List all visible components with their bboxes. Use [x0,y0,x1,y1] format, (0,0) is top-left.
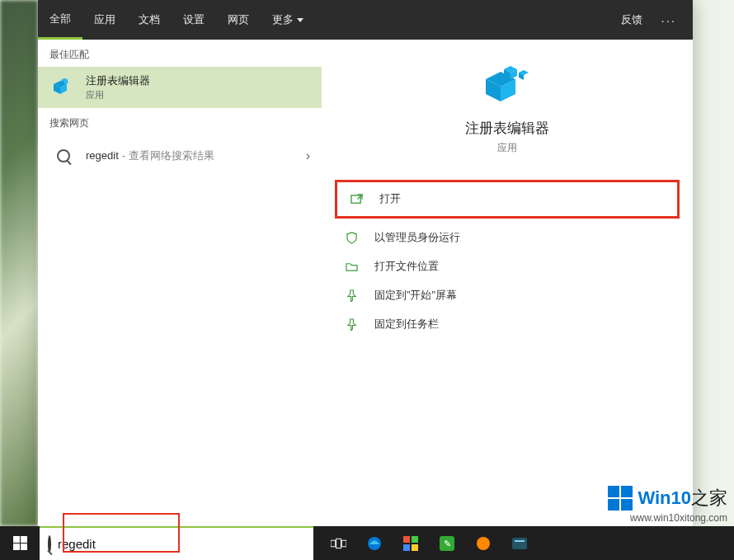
svg-rect-20 [403,536,410,543]
start-button[interactable] [0,526,40,560]
desktop-background [0,0,38,526]
action-open-file-location[interactable]: 打开文件位置 [335,252,680,281]
feedback-button[interactable]: 反馈 [611,12,652,27]
results-preview-column: 注册表编辑器 应用 打开 以管理员身份运行 [322,40,693,526]
pin-icon [343,318,360,331]
taskbar-app-icon[interactable]: ✎ [429,526,465,560]
watermark-logo: Win10之家 [608,486,727,511]
section-best-match: 最佳匹配 [38,40,322,67]
action-open[interactable]: 打开 [340,185,675,214]
web-search-result[interactable]: regedit - 查看网络搜索结果 › [38,135,322,176]
web-term: regedit [86,149,119,162]
svg-rect-28 [515,540,525,542]
action-open-label: 打开 [379,192,401,206]
watermark-brand-b: 之家 [691,487,727,508]
task-view-button[interactable] [320,526,356,560]
svg-rect-17 [336,539,341,548]
taskbar-pinned-apps: ✎ [320,526,538,560]
preview-subtitle: 应用 [338,141,676,155]
taskbar-search-box[interactable] [40,526,313,560]
svg-rect-27 [512,538,527,549]
open-icon [348,193,365,205]
action-pin-taskbar-label: 固定到任务栏 [374,318,439,332]
best-match-title: 注册表编辑器 [86,73,150,88]
action-pin-to-taskbar[interactable]: 固定到任务栏 [335,310,680,339]
svg-rect-18 [341,540,346,547]
chevron-down-icon [297,18,303,22]
action-open-location-label: 打开文件位置 [374,260,439,274]
taskbar-app-icon[interactable] [501,526,538,560]
action-pin-to-start[interactable]: 固定到"开始"屏幕 [335,281,680,310]
search-filter-tabs: 全部 应用 文档 设置 网页 更多 反馈 ··· [38,0,693,40]
svg-rect-21 [412,536,418,543]
svg-rect-14 [351,195,360,203]
tab-settings[interactable]: 设置 [172,0,216,40]
taskbar-app-icon[interactable] [393,526,429,560]
watermark: Win10之家 www.win10xitong.com [608,486,727,524]
search-input[interactable] [58,537,305,551]
panel-body: 最佳匹配 注册表编辑器 [38,40,693,526]
windows-logo-icon [608,486,633,511]
tab-web[interactable]: 网页 [216,0,261,40]
pin-icon [343,289,360,302]
tab-more-label: 更多 [272,12,294,27]
watermark-url: www.win10xitong.com [608,512,727,524]
taskbar-edge-icon[interactable] [356,526,393,560]
tab-more[interactable]: 更多 [261,0,315,40]
svg-rect-16 [331,540,336,547]
section-search-web: 搜索网页 [38,108,322,135]
tab-documents[interactable]: 文档 [127,0,172,40]
action-run-as-admin[interactable]: 以管理员身份运行 [335,224,680,252]
taskbar-app-icon[interactable] [465,526,501,560]
tab-all[interactable]: 全部 [38,0,82,40]
action-pin-start-label: 固定到"开始"屏幕 [374,289,457,303]
watermark-brand: Win10之家 [638,486,727,511]
folder-icon [343,261,360,273]
svg-rect-23 [412,544,418,551]
taskbar: ✎ [0,526,734,560]
web-hint: - 查看网络搜索结果 [122,148,214,163]
svg-text:✎: ✎ [444,539,451,548]
results-left-column: 最佳匹配 注册表编辑器 [38,40,322,526]
preview-header: 注册表编辑器 应用 [322,58,693,155]
shield-icon [343,232,360,244]
svg-rect-22 [403,544,410,551]
windows-start-icon [13,536,27,550]
more-options-button[interactable]: ··· [652,13,685,27]
open-highlight-box: 打开 [335,180,680,219]
regedit-large-icon [481,58,534,111]
watermark-brand-a: Win10 [638,487,691,508]
best-match-subtitle: 应用 [86,89,150,101]
best-match-result[interactable]: 注册表编辑器 应用 [38,67,322,108]
chevron-right-icon: › [306,148,310,163]
search-results-panel: 全部 应用 文档 设置 网页 更多 反馈 ··· 最佳匹配 [38,0,693,526]
web-result-text: regedit - 查看网络搜索结果 [86,148,214,163]
svg-point-26 [477,537,490,550]
preview-title: 注册表编辑器 [338,119,676,138]
tab-apps[interactable]: 应用 [82,0,127,40]
search-icon [48,537,51,552]
preview-actions: 打开 以管理员身份运行 打开文件位置 [322,180,693,339]
best-match-text: 注册表编辑器 应用 [86,73,150,101]
regedit-icon [49,73,78,101]
action-run-admin-label: 以管理员身份运行 [374,231,460,245]
search-icon [49,142,78,170]
